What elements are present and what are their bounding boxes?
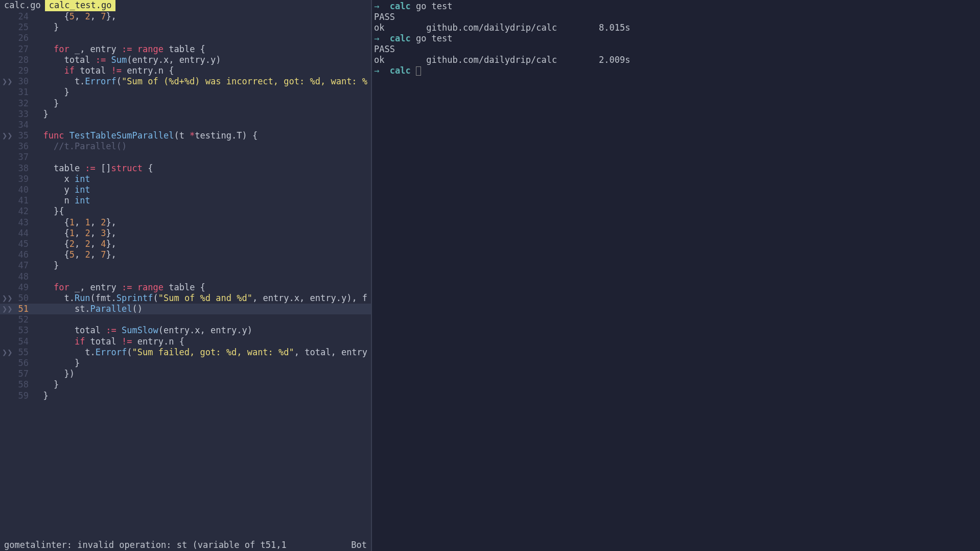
code-line[interactable]: 27 for _, entry := range table { bbox=[0, 44, 371, 55]
code-line[interactable]: ❯❯35 func TestTableSumParallel(t *testin… bbox=[0, 130, 371, 141]
prompt-command: go test bbox=[411, 1, 453, 11]
code-line[interactable]: 37 bbox=[0, 152, 371, 163]
code-content: for _, entry := range table { bbox=[33, 282, 371, 293]
code-content: } bbox=[33, 87, 371, 98]
code-content: } bbox=[33, 98, 371, 109]
code-content: for _, entry := range table { bbox=[33, 44, 371, 55]
line-number: 57 bbox=[14, 369, 33, 379]
gutter-marker bbox=[0, 260, 14, 271]
code-line[interactable]: 32 } bbox=[0, 98, 371, 109]
code-line[interactable]: 48 bbox=[0, 271, 371, 282]
terminal-line: PASS bbox=[374, 44, 978, 55]
code-area[interactable]: 24 {5, 2, 7},25 }2627 for _, entry := ra… bbox=[0, 11, 371, 540]
gutter-marker bbox=[0, 109, 14, 120]
code-line[interactable]: 31 } bbox=[0, 87, 371, 98]
gutter-marker bbox=[0, 314, 14, 325]
editor-pane: calc.go calc_test.go 24 {5, 2, 7},25 }26… bbox=[0, 0, 372, 551]
code-line[interactable]: 26 bbox=[0, 33, 371, 43]
line-number: 40 bbox=[14, 185, 33, 195]
tab-calc-go[interactable]: calc.go bbox=[0, 0, 45, 11]
gutter-marker bbox=[0, 195, 14, 206]
code-line[interactable]: 42 }{ bbox=[0, 206, 371, 217]
terminal-cursor-icon bbox=[416, 66, 421, 76]
gutter-marker bbox=[0, 369, 14, 379]
code-line[interactable]: 57 }) bbox=[0, 369, 371, 379]
code-line[interactable]: 41 n int bbox=[0, 195, 371, 206]
code-content: total := Sum(entry.x, entry.y) bbox=[33, 55, 371, 65]
line-number: 29 bbox=[14, 65, 33, 76]
code-line[interactable]: 40 y int bbox=[0, 185, 371, 195]
code-content: {1, 1, 2}, bbox=[33, 217, 371, 228]
line-number: 39 bbox=[14, 174, 33, 185]
gutter-marker bbox=[0, 379, 14, 390]
code-line[interactable]: 59 } bbox=[0, 391, 371, 401]
code-content bbox=[33, 33, 371, 43]
code-line[interactable]: ❯❯50 t.Run(fmt.Sprintf("Sum of %d and %d… bbox=[0, 293, 371, 304]
code-content: {2, 2, 4}, bbox=[33, 239, 371, 249]
code-content: t.Errorf("Sum failed, got: %d, want: %d"… bbox=[33, 347, 371, 358]
gutter-marker: ❯❯ bbox=[0, 76, 14, 87]
code-line[interactable]: 33 } bbox=[0, 109, 371, 120]
status-left: gometalinter: invalid operation: st (var… bbox=[4, 540, 287, 551]
code-content: {5, 2, 7}, bbox=[33, 249, 371, 260]
code-line[interactable]: 43 {1, 1, 2}, bbox=[0, 217, 371, 228]
line-number: 26 bbox=[14, 33, 33, 43]
gutter-marker bbox=[0, 271, 14, 282]
code-line[interactable]: 36 //t.Parallel() bbox=[0, 141, 371, 152]
line-number: 45 bbox=[14, 239, 33, 249]
code-content: t.Errorf("Sum of (%d+%d) was incorrect, … bbox=[33, 76, 371, 87]
code-line[interactable]: ❯❯30 t.Errorf("Sum of (%d+%d) was incorr… bbox=[0, 76, 371, 87]
code-line[interactable]: 38 table := []struct { bbox=[0, 163, 371, 174]
code-line[interactable]: 46 {5, 2, 7}, bbox=[0, 249, 371, 260]
line-number: 59 bbox=[14, 391, 33, 401]
line-number: 53 bbox=[14, 325, 33, 336]
code-content: }{ bbox=[33, 206, 371, 217]
code-line[interactable]: 53 total := SumSlow(entry.x, entry.y) bbox=[0, 325, 371, 336]
code-line[interactable]: 29 if total != entry.n { bbox=[0, 65, 371, 76]
terminal-line: ok github.com/dailydrip/calc 2.009s bbox=[374, 55, 978, 65]
gutter-marker bbox=[0, 65, 14, 76]
code-content: {1, 2, 3}, bbox=[33, 228, 371, 239]
prompt-cwd: calc bbox=[390, 33, 411, 43]
tab-calc_test-go[interactable]: calc_test.go bbox=[45, 0, 116, 11]
line-number: 30 bbox=[14, 76, 33, 87]
code-line[interactable]: 44 {1, 2, 3}, bbox=[0, 228, 371, 239]
gutter-marker bbox=[0, 239, 14, 249]
code-content bbox=[33, 314, 371, 325]
code-line[interactable]: 56 } bbox=[0, 358, 371, 369]
code-content: //t.Parallel() bbox=[33, 141, 371, 152]
code-content: if total != entry.n { bbox=[33, 336, 371, 347]
line-number: 58 bbox=[14, 379, 33, 390]
line-number: 28 bbox=[14, 55, 33, 65]
code-line[interactable]: 45 {2, 2, 4}, bbox=[0, 239, 371, 249]
line-number: 54 bbox=[14, 336, 33, 347]
gutter-marker bbox=[0, 282, 14, 293]
terminal-line: ok github.com/dailydrip/calc 8.015s bbox=[374, 22, 978, 33]
line-number: 34 bbox=[14, 120, 33, 130]
gutter-marker: ❯❯ bbox=[0, 304, 14, 314]
gutter-marker bbox=[0, 358, 14, 369]
code-line[interactable]: 25 } bbox=[0, 22, 371, 33]
line-number: 31 bbox=[14, 87, 33, 98]
code-line[interactable]: ❯❯55 t.Errorf("Sum failed, got: %d, want… bbox=[0, 347, 371, 358]
code-line[interactable]: ❯❯51 st.Parallel() bbox=[0, 304, 371, 314]
code-line[interactable]: 39 x int bbox=[0, 174, 371, 185]
code-content: } bbox=[33, 358, 371, 369]
code-content: table := []struct { bbox=[33, 163, 371, 174]
code-line[interactable]: 28 total := Sum(entry.x, entry.y) bbox=[0, 55, 371, 65]
code-line[interactable]: 54 if total != entry.n { bbox=[0, 336, 371, 347]
code-content bbox=[33, 271, 371, 282]
code-content: t.Run(fmt.Sprintf("Sum of %d and %d", en… bbox=[33, 293, 371, 304]
code-content: } bbox=[33, 379, 371, 390]
code-line[interactable]: 49 for _, entry := range table { bbox=[0, 282, 371, 293]
terminal-line: → calc go test bbox=[374, 33, 978, 44]
terminal-line: PASS bbox=[374, 12, 978, 22]
prompt-cwd: calc bbox=[390, 65, 411, 76]
code-line[interactable]: 34 bbox=[0, 120, 371, 130]
line-number: 49 bbox=[14, 282, 33, 293]
code-line[interactable]: 47 } bbox=[0, 260, 371, 271]
code-line[interactable]: 24 {5, 2, 7}, bbox=[0, 11, 371, 22]
code-line[interactable]: 52 bbox=[0, 314, 371, 325]
terminal-pane[interactable]: → calc go testPASSok github.com/dailydri… bbox=[372, 0, 980, 551]
code-line[interactable]: 58 } bbox=[0, 379, 371, 390]
